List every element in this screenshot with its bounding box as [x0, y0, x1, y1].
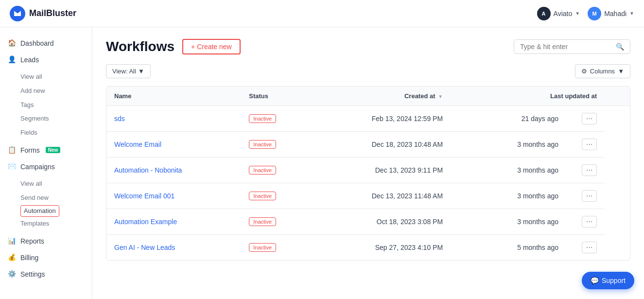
- row-status-cell: Inactive: [241, 235, 310, 261]
- campaigns-submenu: View all Send new Automation Templates: [0, 175, 92, 233]
- leads-submenu: View all Add new Tags Segments Fields: [0, 68, 92, 142]
- sidebar-sub-leads-segments[interactable]: Segments: [20, 112, 92, 126]
- sidebar-label-forms: Forms: [20, 146, 40, 154]
- workflow-link[interactable]: sds: [114, 115, 125, 123]
- row-name-cell: Automation Example: [106, 209, 241, 235]
- workflow-link[interactable]: Welcome Email: [114, 141, 161, 148]
- row-menu-button[interactable]: ···: [582, 113, 597, 124]
- row-updated-cell: 3 months ago ···: [451, 158, 605, 183]
- sidebar-label-leads: Leads: [20, 56, 39, 64]
- row-created-cell: Oct 18, 2023 3:08 PM: [310, 209, 451, 235]
- person-icon: 👤: [8, 55, 17, 64]
- main-content: Workflows + Create new 🔍 View: All ▼ ⚙ C…: [92, 27, 644, 299]
- table-row: Welcome Email 001 Inactive Dec 13, 2023 …: [106, 183, 630, 209]
- toolbar: View: All ▼ ⚙ Columns ▼: [106, 64, 630, 78]
- reports-icon: 📊: [8, 237, 17, 246]
- page-title: Workflows: [106, 39, 174, 54]
- status-badge: Inactive: [249, 217, 276, 226]
- sidebar-item-billing[interactable]: 💰 Billing: [0, 249, 92, 266]
- workflow-link[interactable]: Automation Example: [114, 218, 177, 226]
- create-new-button[interactable]: + Create new: [182, 39, 241, 54]
- support-button[interactable]: 💬 Support: [582, 272, 634, 289]
- table-row: Automation Example Inactive Oct 18, 2023…: [106, 209, 630, 235]
- search-input[interactable]: [520, 43, 612, 51]
- support-label: Support: [602, 277, 626, 284]
- account1-chevron: ▼: [575, 11, 580, 16]
- sidebar-sub-campaigns-automation[interactable]: Automation: [20, 205, 59, 217]
- sidebar-sub-leads-fields[interactable]: Fields: [20, 126, 92, 140]
- workflows-table: Name Status Created at ▼ Last updated at…: [106, 87, 630, 260]
- sidebar-sub-campaigns-viewall[interactable]: View all: [20, 177, 92, 191]
- status-badge: Inactive: [249, 192, 276, 200]
- sidebar-sub-leads-tags[interactable]: Tags: [20, 98, 92, 112]
- sidebar-label-billing: Billing: [20, 254, 38, 262]
- sidebar-sub-leads-addnew[interactable]: Add new: [20, 84, 92, 98]
- workflow-link[interactable]: Automation - Nobonita: [114, 166, 182, 174]
- row-menu-button[interactable]: ···: [582, 164, 597, 176]
- row-updated-cell: 21 days ago ···: [451, 106, 605, 132]
- account2-avatar: M: [588, 7, 601, 20]
- search-icon: 🔍: [616, 43, 624, 51]
- table-header-row: Name Status Created at ▼ Last updated at: [106, 87, 630, 106]
- status-badge: Inactive: [249, 243, 276, 252]
- sidebar-item-forms[interactable]: 📋 Forms New: [0, 142, 92, 158]
- sidebar-sub-leads-viewall[interactable]: View all: [20, 70, 92, 84]
- view-label: View: All: [112, 68, 136, 75]
- sidebar-item-reports[interactable]: 📊 Reports: [0, 233, 92, 249]
- col-name: Name: [106, 87, 241, 106]
- status-badge: Inactive: [249, 114, 276, 123]
- logo-svg: [13, 9, 22, 18]
- row-status-cell: Inactive: [241, 132, 310, 158]
- sidebar-item-dashboard[interactable]: 🏠 Dashboard: [0, 35, 92, 52]
- columns-button[interactable]: ⚙ Columns ▼: [575, 64, 630, 78]
- account1-avatar: A: [537, 7, 551, 20]
- row-name-cell: Automation - Nobonita: [106, 158, 241, 183]
- sidebar-label-campaigns: Campaigns: [20, 163, 55, 171]
- account2-switcher[interactable]: M Mahadi ▼: [588, 7, 634, 20]
- row-created-cell: Dec 18, 2023 10:48 AM: [310, 132, 451, 158]
- row-name-cell: sds: [106, 106, 241, 132]
- columns-label: Columns: [590, 68, 615, 75]
- forms-icon: 📋: [8, 146, 17, 155]
- sidebar-label-dashboard: Dashboard: [20, 39, 54, 47]
- row-menu-button[interactable]: ···: [582, 242, 597, 253]
- sidebar-sub-campaigns-sendnew[interactable]: Send new: [20, 191, 92, 205]
- account1-switcher[interactable]: A Aviato ▼: [537, 7, 580, 20]
- table-row: sds Inactive Feb 13, 2024 12:59 PM 21 da…: [106, 106, 630, 132]
- logo[interactable]: MailBluster: [10, 6, 76, 21]
- row-created-cell: Sep 27, 2023 4:10 PM: [310, 235, 451, 261]
- col-created[interactable]: Created at ▼: [310, 87, 451, 106]
- logo-icon: [10, 6, 25, 21]
- sidebar-sub-campaigns-templates[interactable]: Templates: [20, 217, 92, 231]
- status-badge: Inactive: [249, 140, 276, 149]
- workflow-link[interactable]: Gen AI - New Leads: [114, 244, 175, 251]
- view-chevron-icon: ▼: [138, 68, 144, 75]
- topnav: MailBluster A Aviato ▼ M Mahadi ▼: [0, 0, 644, 27]
- row-name-cell: Welcome Email 001: [106, 183, 241, 209]
- table-row: Gen AI - New Leads Inactive Sep 27, 2023…: [106, 235, 630, 261]
- sidebar: 🏠 Dashboard 👤 Leads View all Add new Tag…: [0, 27, 92, 299]
- layout: 🏠 Dashboard 👤 Leads View all Add new Tag…: [0, 27, 644, 299]
- row-created-cell: Feb 13, 2024 12:59 PM: [310, 106, 451, 132]
- page-header: Workflows + Create new 🔍: [106, 39, 630, 54]
- view-filter-button[interactable]: View: All ▼: [106, 64, 151, 78]
- row-status-cell: Inactive: [241, 183, 310, 209]
- row-menu-button[interactable]: ···: [582, 139, 597, 150]
- account2-name: Mahadi: [604, 10, 627, 18]
- row-menu-button[interactable]: ···: [582, 216, 597, 228]
- home-icon: 🏠: [8, 39, 17, 48]
- row-updated-cell: 5 months ago ···: [451, 235, 605, 261]
- row-updated-cell: 3 months ago ···: [451, 183, 605, 209]
- forms-badge: New: [46, 147, 61, 153]
- columns-chevron-icon: ▼: [618, 68, 624, 75]
- sidebar-item-settings[interactable]: ⚙️ Settings: [0, 266, 92, 282]
- row-status-cell: Inactive: [241, 106, 310, 132]
- col-status: Status: [241, 87, 310, 106]
- row-menu-button[interactable]: ···: [582, 190, 597, 202]
- sidebar-item-leads[interactable]: 👤 Leads: [0, 52, 92, 68]
- sidebar-item-campaigns[interactable]: ✉️ Campaigns: [0, 158, 92, 175]
- row-updated-cell: 3 months ago ···: [451, 132, 605, 158]
- workflow-link[interactable]: Welcome Email 001: [114, 192, 174, 200]
- table-row: Welcome Email Inactive Dec 18, 2023 10:4…: [106, 132, 630, 158]
- table-body: sds Inactive Feb 13, 2024 12:59 PM 21 da…: [106, 106, 630, 261]
